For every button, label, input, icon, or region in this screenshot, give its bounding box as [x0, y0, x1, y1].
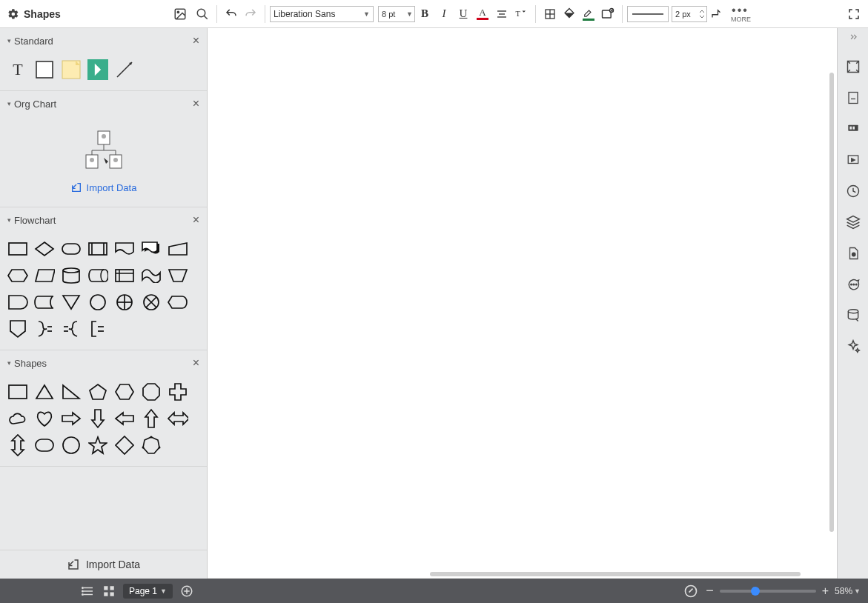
- redo-button[interactable]: [241, 4, 260, 24]
- shape-connector[interactable]: [87, 292, 108, 313]
- scrollbar-horizontal[interactable]: [430, 572, 801, 576]
- shape-data[interactable]: [34, 265, 55, 286]
- canvas-page[interactable]: [208, 28, 837, 578]
- underline-button[interactable]: U: [454, 4, 473, 24]
- shape-arrow-up[interactable]: [141, 408, 162, 429]
- fullscreen-button[interactable]: [844, 4, 864, 24]
- shape-summing[interactable]: [141, 292, 162, 313]
- shape-heart[interactable]: [34, 408, 55, 429]
- zoom-slider-thumb[interactable]: [751, 587, 760, 596]
- shape-directdata[interactable]: [87, 265, 108, 286]
- data-icon[interactable]: [843, 305, 864, 326]
- shape-pentagon[interactable]: [87, 382, 108, 402]
- fill-bucket-button[interactable]: [560, 4, 579, 24]
- shape-arrow-ud[interactable]: [7, 435, 28, 456]
- canvas-area[interactable]: [208, 28, 837, 579]
- orgchart-import-link[interactable]: Import Data: [7, 176, 199, 196]
- shape-fill-button[interactable]: [540, 4, 560, 24]
- shape-delay[interactable]: [7, 292, 28, 313]
- ai-sparkle-icon[interactable]: [843, 336, 864, 357]
- shape-hotspot[interactable]: [87, 59, 108, 80]
- line-routing-button[interactable]: [707, 4, 726, 24]
- panel-header-shapes[interactable]: ▾Shapes ×: [0, 350, 207, 376]
- more-button[interactable]: •••: [731, 5, 750, 16]
- navigator-icon[interactable]: [843, 56, 864, 77]
- italic-button[interactable]: I: [434, 4, 454, 24]
- close-icon[interactable]: ×: [193, 34, 199, 47]
- shape-polygon[interactable]: [141, 435, 162, 456]
- shape-line[interactable]: [114, 59, 135, 80]
- gear-icon[interactable]: [7, 8, 19, 20]
- context-icon[interactable]: [843, 119, 864, 139]
- document-icon[interactable]: [843, 243, 864, 264]
- shape-display[interactable]: [168, 292, 188, 313]
- shape-papetape[interactable]: [141, 265, 162, 286]
- panel-header-flowchart[interactable]: ▾Flowchart ×: [0, 207, 207, 233]
- zoom-in-button[interactable]: +: [822, 584, 829, 598]
- align-button[interactable]: [492, 4, 511, 24]
- shape-preparation[interactable]: [7, 265, 28, 286]
- outline-view-icon[interactable]: [82, 584, 95, 598]
- shape-text[interactable]: T: [7, 59, 28, 80]
- zoom-out-button[interactable]: −: [706, 583, 714, 599]
- shape-internalstorage[interactable]: [114, 265, 135, 286]
- sidebar-footer-import[interactable]: Import Data: [0, 550, 207, 579]
- shape-arrow-down[interactable]: [87, 408, 108, 429]
- shape-orgchart[interactable]: [7, 122, 199, 176]
- shape-rounded-rect[interactable]: [34, 435, 55, 456]
- shape-right-triangle[interactable]: [61, 382, 82, 402]
- image-icon[interactable]: [170, 4, 190, 24]
- panel-header-orgchart[interactable]: ▾Org Chart ×: [0, 91, 207, 116]
- history-icon[interactable]: [843, 181, 864, 201]
- shape-arrow-lr[interactable]: [168, 408, 188, 429]
- edit-mode-icon[interactable]: [683, 584, 698, 599]
- close-icon[interactable]: ×: [193, 213, 199, 227]
- close-icon[interactable]: ×: [193, 356, 199, 370]
- shape-manualop[interactable]: [168, 265, 188, 286]
- shape-merge[interactable]: [61, 292, 82, 313]
- shape-star[interactable]: [87, 435, 108, 456]
- shape-cloud[interactable]: [7, 408, 28, 429]
- shape-arrow-left[interactable]: [114, 408, 135, 429]
- shape-storeddata[interactable]: [34, 292, 55, 313]
- font-select[interactable]: Liberation Sans ▼: [270, 6, 374, 22]
- shape-decision[interactable]: [34, 239, 55, 259]
- shape-offpage[interactable]: [7, 319, 28, 339]
- text-color-button[interactable]: A: [473, 4, 492, 24]
- border-color-button[interactable]: [579, 4, 598, 24]
- shape-database[interactable]: [61, 265, 82, 286]
- shape-block[interactable]: [34, 59, 55, 80]
- shape-cross[interactable]: [168, 382, 188, 402]
- shape-bracket-right[interactable]: [34, 319, 55, 339]
- scrollbar-vertical[interactable]: [829, 73, 834, 532]
- font-size-select[interactable]: 8 pt ▼: [378, 6, 415, 22]
- zoom-value-button[interactable]: 58% ▼: [835, 586, 861, 596]
- shape-options-button[interactable]: [598, 4, 617, 24]
- shape-process[interactable]: [7, 239, 28, 259]
- shape-note[interactable]: [61, 59, 82, 80]
- shape-predefined[interactable]: [87, 239, 108, 259]
- shape-octagon[interactable]: [141, 382, 162, 402]
- undo-button[interactable]: [222, 4, 241, 24]
- shape-triangle[interactable]: [34, 382, 55, 402]
- shape-annotation[interactable]: [87, 319, 108, 339]
- line-style-select[interactable]: [627, 6, 669, 22]
- text-options-button[interactable]: T: [511, 4, 531, 24]
- shape-terminator[interactable]: [61, 239, 82, 259]
- page-settings-icon[interactable]: [843, 87, 864, 108]
- shape-manualinput[interactable]: [168, 239, 188, 259]
- shape-or[interactable]: [114, 292, 135, 313]
- shape-hexagon[interactable]: [114, 382, 135, 402]
- shape-note-left[interactable]: [61, 319, 82, 339]
- shape-rectangle[interactable]: [7, 382, 28, 402]
- grid-view-icon[interactable]: [102, 584, 116, 598]
- add-page-button[interactable]: [180, 584, 193, 598]
- layers-icon[interactable]: [843, 212, 864, 233]
- bold-button[interactable]: B: [415, 4, 434, 24]
- line-width-select[interactable]: 2 px: [672, 6, 707, 22]
- comments-icon[interactable]: [843, 274, 864, 295]
- search-icon[interactable]: [193, 4, 212, 24]
- panel-header-standard[interactable]: ▾Standard ×: [0, 28, 207, 53]
- shape-diamond[interactable]: [114, 435, 135, 456]
- close-icon[interactable]: ×: [193, 97, 199, 110]
